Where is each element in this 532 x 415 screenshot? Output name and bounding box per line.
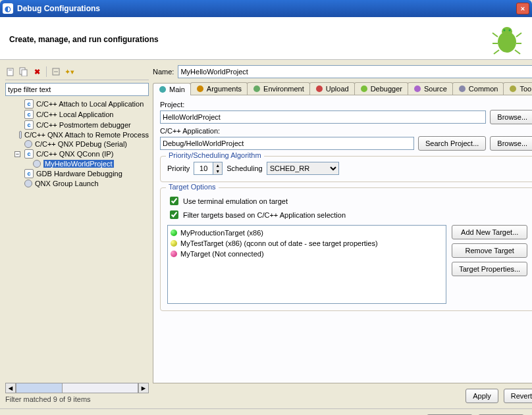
close-icon[interactable]: ×: [516, 3, 529, 14]
tree-item[interactable]: cC/C++ Local Application: [5, 109, 149, 120]
target-item[interactable]: MyTarget (Not connected): [170, 249, 444, 259]
scheduling-label: Scheduling: [226, 164, 262, 172]
main-area: ✖ ✦▾ cC/C++ Attach to Local Applicationc…: [0, 60, 532, 408]
remove-target-button[interactable]: Remove Target: [452, 243, 527, 258]
launch-config-icon: [19, 131, 22, 139]
c-config-icon: c: [24, 110, 34, 119]
app-browse-button[interactable]: Browse...: [490, 136, 532, 151]
arguments-tab-icon: [196, 85, 204, 93]
tab-label: Common: [469, 85, 498, 93]
priority-value[interactable]: [194, 162, 213, 174]
tree-item-label: C/C++ QNX Attach to Remote Process: [24, 131, 149, 139]
scroll-thumb[interactable]: [16, 383, 63, 393]
tab-main-body: Project: Browse... C/C++ Application: Se…: [153, 95, 532, 383]
svg-line-3: [516, 33, 521, 37]
tab-label: Main: [169, 85, 185, 93]
duplicate-config-icon[interactable]: [18, 66, 29, 77]
tree-item[interactable]: cC/C++ Postmortem debugger: [5, 120, 149, 130]
source-tab-icon: [413, 85, 421, 93]
tab-label: Upload: [326, 85, 349, 93]
tab-common[interactable]: Common: [452, 82, 504, 95]
tab-label: Environment: [263, 85, 304, 93]
tab-upload[interactable]: Upload: [309, 82, 355, 95]
target-legend: Target Options: [166, 183, 219, 191]
tree-item-label: C/C++ QNX QConn (IP): [36, 150, 113, 158]
target-item[interactable]: MyProductionTarget (x86): [170, 228, 444, 238]
tree-item-label: GDB Hardware Debugging: [36, 170, 122, 178]
window-title: Debug Configurations: [17, 4, 516, 13]
filter-input[interactable]: [5, 83, 149, 96]
delete-config-icon[interactable]: ✖: [32, 66, 42, 77]
tree-item[interactable]: C/C++ QNX PDebug (Serial): [5, 139, 149, 149]
upload-tab-icon: [315, 85, 323, 93]
target-list[interactable]: MyProductionTarget (x86)MyTestTarget (x8…: [167, 225, 446, 304]
target-item[interactable]: MyTestTarget (x86) (qconn out of date - …: [170, 238, 444, 249]
debugger-tab-icon: [360, 85, 368, 93]
environment-tab-icon: [253, 85, 261, 93]
scroll-left-icon[interactable]: ◄: [5, 383, 16, 393]
svg-point-16: [159, 86, 166, 93]
tree-item[interactable]: QNX Group Launch: [5, 179, 149, 188]
svg-line-7: [515, 50, 520, 54]
svg-point-19: [316, 85, 323, 92]
config-tree[interactable]: cC/C++ Attach to Local ApplicationcC/C++…: [5, 99, 149, 380]
revert-button[interactable]: Revert: [504, 389, 532, 403]
target-status-icon: [171, 251, 177, 257]
new-config-icon[interactable]: [5, 66, 16, 77]
c-config-icon: c: [24, 149, 34, 159]
left-toolbar: ✖ ✦▾: [5, 65, 149, 80]
tab-tools[interactable]: Tools: [503, 82, 532, 95]
svg-line-2: [492, 33, 498, 37]
filter-menu-icon[interactable]: ✦▾: [64, 66, 74, 77]
terminal-emulation-checkbox[interactable]: Use terminal emulation on target: [167, 195, 527, 207]
tree-item[interactable]: MyHelloWorldProject: [5, 159, 149, 168]
project-label: Project:: [160, 101, 532, 109]
tab-arguments[interactable]: Arguments: [190, 82, 248, 95]
target-item-label: MyProductionTarget (x86): [180, 229, 263, 237]
tab-label: Tools: [519, 85, 532, 93]
tree-item[interactable]: cGDB Hardware Debugging: [5, 168, 149, 179]
tab-label: Arguments: [207, 85, 242, 93]
tree-item[interactable]: cC/C++ Attach to Local Application: [5, 99, 149, 109]
svg-rect-10: [7, 68, 13, 76]
svg-point-20: [361, 85, 367, 92]
main-tab-icon: [159, 85, 167, 93]
svg-point-18: [253, 85, 260, 92]
tab-main[interactable]: Main: [153, 83, 191, 95]
target-status-icon: [171, 240, 177, 247]
target-properties-button[interactable]: Target Properties...: [452, 262, 527, 276]
tab-label: Source: [424, 85, 447, 93]
scroll-track[interactable]: [16, 383, 138, 393]
add-target-button[interactable]: Add New Target...: [452, 225, 527, 239]
scheduling-select[interactable]: SCHED_RR: [267, 162, 339, 175]
apply-button[interactable]: Apply: [466, 389, 498, 403]
name-input[interactable]: [178, 65, 532, 78]
priority-label: Priority: [167, 164, 190, 172]
filter-targets-checkbox[interactable]: Filter targets based on C/C++ Applicatio…: [167, 208, 527, 221]
target-group: Target Options Use terminal emulation on…: [160, 187, 532, 311]
tab-environment[interactable]: Environment: [247, 82, 310, 95]
tree-item-label: MyHelloWorldProject: [43, 160, 114, 168]
collapse-all-icon[interactable]: [51, 66, 61, 77]
tab-source[interactable]: Source: [408, 82, 453, 95]
tree-item-label: C/C++ Postmortem debugger: [36, 121, 131, 129]
app-row: C/C++ Application: Search Project... Bro…: [160, 127, 532, 151]
project-input[interactable]: [160, 110, 486, 124]
spin-up-icon[interactable]: ▲: [213, 162, 222, 168]
search-project-button[interactable]: Search Project...: [418, 136, 486, 151]
priority-spinner[interactable]: ▲▼: [194, 162, 223, 175]
right-panel: Name: MainArgumentsEnvironmentUploadDebu…: [153, 65, 532, 403]
expand-icon[interactable]: −: [14, 151, 20, 157]
project-browse-button[interactable]: Browse...: [490, 110, 532, 124]
svg-point-17: [197, 85, 203, 92]
tree-item-label: C/C++ Local Application: [36, 110, 113, 118]
tree-item[interactable]: −cC/C++ QNX QConn (IP): [5, 149, 149, 159]
filter-status: Filter matched 9 of 9 items: [5, 395, 149, 403]
app-input[interactable]: [160, 137, 414, 150]
spin-down-icon[interactable]: ▼: [213, 168, 222, 174]
target-item-label: MyTarget (Not connected): [180, 250, 264, 258]
apply-row: Apply Revert: [153, 383, 532, 403]
tab-debugger[interactable]: Debugger: [354, 82, 408, 95]
tree-item[interactable]: C/C++ QNX Attach to Remote Process: [5, 130, 149, 139]
scroll-right-icon[interactable]: ►: [138, 383, 149, 393]
